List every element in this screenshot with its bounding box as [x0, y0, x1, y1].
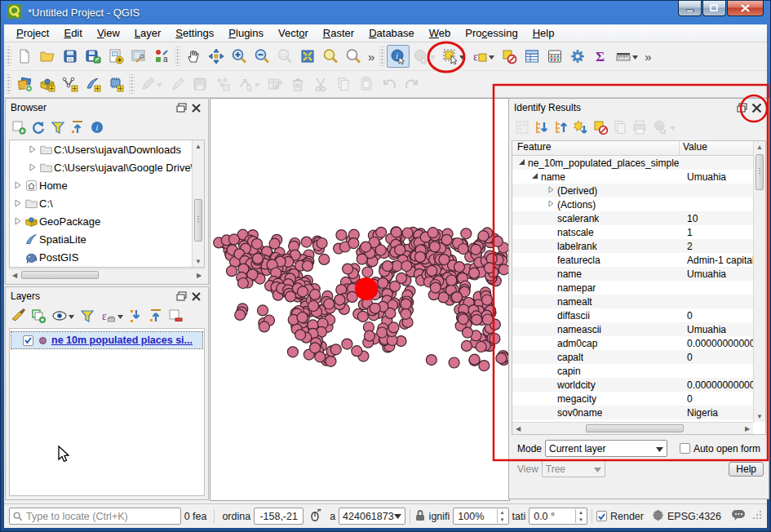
menu-project[interactable]: Project	[9, 25, 56, 41]
identify-row[interactable]: nameasciiUmuahia	[512, 322, 765, 336]
zoom-layer-button[interactable]	[342, 45, 365, 68]
identify-row[interactable]: ne_10m_populated_places_simple	[512, 156, 765, 170]
identify-row[interactable]: (Derived)	[512, 184, 765, 197]
measure-button[interactable]	[612, 45, 641, 68]
identify-row[interactable]: featureclaAdmin-1 capital	[512, 253, 765, 267]
float-panel-icon[interactable]	[174, 290, 188, 303]
rotation-spinbox[interactable]: 0.0 ° ▲▼	[529, 508, 587, 525]
identify-horizontal-scrollbar[interactable]: ◀▶	[512, 422, 753, 434]
collapse-all-button[interactable]	[146, 306, 166, 326]
toolbar-overflow[interactable]: »	[365, 50, 378, 64]
expand-all-button[interactable]	[126, 306, 146, 326]
new-shapefile-button[interactable]	[59, 73, 82, 95]
close-button[interactable]	[727, 1, 764, 16]
identify-row[interactable]: nameUmuahia	[512, 267, 765, 281]
restore-button[interactable]	[702, 1, 726, 16]
identify-row[interactable]: diffascii0	[512, 308, 765, 322]
save-as-button[interactable]	[82, 45, 104, 68]
expand-tree-button[interactable]	[532, 117, 552, 137]
close-panel-icon[interactable]	[188, 290, 203, 303]
select-features-button[interactable]	[439, 45, 468, 68]
zoom-out-button[interactable]	[250, 45, 273, 68]
browser-item[interactable]: GeoPackage	[10, 212, 204, 230]
identify-row[interactable]: capin	[512, 364, 765, 378]
refresh-button[interactable]	[29, 117, 48, 137]
folder-open-button[interactable]	[36, 45, 59, 68]
identify-row[interactable]: namealt	[512, 295, 765, 308]
expander-icon[interactable]	[13, 197, 23, 210]
identify-row[interactable]: adm0cap0.00000000000	[512, 336, 765, 350]
close-panel-icon[interactable]	[188, 101, 203, 114]
expander-icon[interactable]	[517, 158, 525, 167]
mode-combobox[interactable]: Current layer	[545, 440, 667, 457]
zoom-in-button[interactable]	[228, 45, 250, 68]
expander-icon[interactable]	[530, 172, 538, 181]
browser-item[interactable]: C:\Users\ujaval\Google Drive\P	[10, 158, 204, 176]
identify-button[interactable]: i	[387, 45, 410, 68]
styling-brush-button[interactable]	[9, 306, 29, 326]
identify-vertical-scrollbar[interactable]: ▲▼	[753, 141, 765, 422]
map-themes-button[interactable]	[48, 306, 78, 326]
remove-layer-button[interactable]	[166, 306, 185, 326]
attribute-table-button[interactable]	[521, 45, 543, 68]
pan-button[interactable]	[182, 45, 205, 68]
menu-vector[interactable]: Vector	[271, 25, 316, 41]
mouse-tracking-icon[interactable]	[308, 508, 321, 524]
save-button[interactable]	[59, 45, 82, 68]
identify-row[interactable]: nameUmuahia	[512, 170, 765, 184]
new-geopackage-button[interactable]	[36, 73, 59, 95]
properties-info-button[interactable]: i	[87, 117, 107, 137]
filter-funnel-button[interactable]	[48, 117, 68, 137]
menu-edit[interactable]: Edit	[56, 25, 89, 41]
processing-toolbox-button[interactable]	[566, 45, 589, 68]
toolbar-overflow[interactable]: »	[641, 50, 654, 64]
new-virtual-layer-button[interactable]	[104, 73, 127, 95]
menu-plugins[interactable]: Plugins	[221, 25, 271, 41]
deselect-button[interactable]	[498, 45, 521, 68]
expander-icon[interactable]	[28, 162, 38, 174]
browser-horizontal-scrollbar[interactable]: ◀▶	[9, 268, 205, 281]
field-calculator-button[interactable]	[543, 45, 566, 68]
coordinate-input[interactable]: -158,-21	[254, 508, 304, 525]
layer-visibility-checkbox[interactable]	[23, 335, 33, 346]
render-checkbox[interactable]	[596, 511, 607, 521]
float-panel-icon[interactable]	[734, 101, 749, 114]
identify-row[interactable]: sov0nameNigeria	[512, 406, 765, 419]
add-selected-layers-button[interactable]	[9, 117, 29, 137]
auto-open-form-checkbox[interactable]	[680, 443, 690, 454]
browser-item[interactable]: Home	[10, 176, 204, 194]
identify-row[interactable]: namepar	[512, 281, 765, 295]
filter-expression-button[interactable]: ε	[97, 306, 126, 326]
clear-results-button[interactable]	[591, 117, 610, 137]
browser-item[interactable]: C:\Users\ujaval\Downloads	[10, 140, 204, 158]
close-panel-icon[interactable]	[749, 101, 764, 114]
pan-selection-button[interactable]	[205, 45, 228, 68]
layout-manager-button[interactable]	[127, 45, 150, 68]
lock-scale-icon[interactable]	[414, 509, 426, 524]
menu-view[interactable]: View	[90, 25, 127, 41]
resize-grip[interactable]	[752, 510, 762, 522]
browser-item[interactable]: SpatiaLite	[10, 230, 204, 248]
style-manager-button[interactable]: a	[150, 45, 173, 68]
menu-database[interactable]: Database	[361, 25, 422, 41]
select-expression-button[interactable]: ε	[468, 45, 498, 68]
identify-row[interactable]: megacity0	[512, 392, 765, 406]
expander-icon[interactable]	[547, 186, 555, 195]
minimize-button[interactable]	[678, 1, 702, 16]
scale-combobox[interactable]: 424061873	[339, 508, 405, 525]
new-spatialite-button[interactable]	[82, 73, 104, 95]
browser-item[interactable]: MSSQL	[10, 266, 204, 268]
help-button[interactable]: Help	[729, 462, 764, 477]
data-source-manager-button[interactable]	[13, 73, 36, 95]
magnifier-spinbox[interactable]: 100% ▲▼	[453, 508, 508, 525]
collapse-tree-button[interactable]	[552, 117, 571, 137]
menu-web[interactable]: Web	[422, 25, 459, 41]
column-header-feature[interactable]: Feature	[512, 141, 680, 155]
menu-help[interactable]: Help	[525, 25, 562, 41]
identify-row[interactable]: labelrank2	[512, 239, 765, 253]
menu-layer[interactable]: Layer	[127, 25, 169, 41]
collapse-all-button[interactable]	[68, 117, 87, 137]
float-panel-icon[interactable]	[174, 101, 188, 114]
browser-item[interactable]: C:\	[10, 194, 204, 212]
browser-item[interactable]: PostGIS	[10, 248, 204, 266]
